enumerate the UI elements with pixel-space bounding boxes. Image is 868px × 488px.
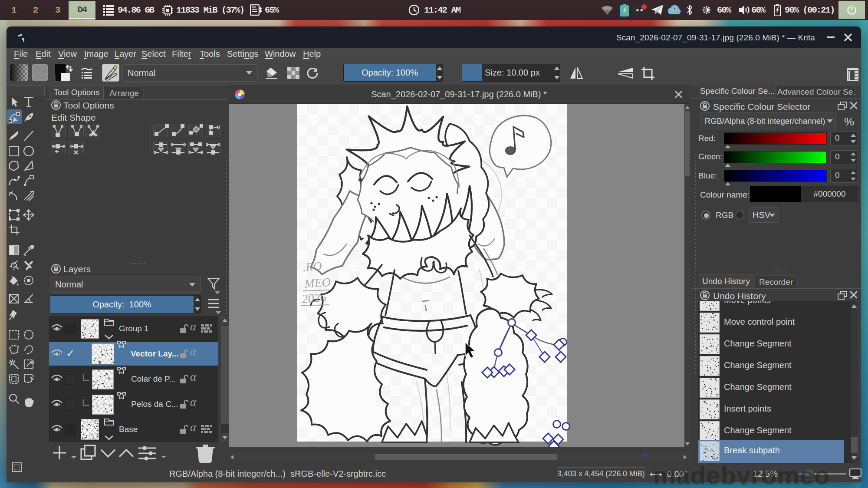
svg-text:MEO: MEO — [303, 275, 331, 290]
svg-text:2026: 2026 — [301, 290, 326, 306]
svg-text:.RO: .RO — [302, 259, 322, 274]
